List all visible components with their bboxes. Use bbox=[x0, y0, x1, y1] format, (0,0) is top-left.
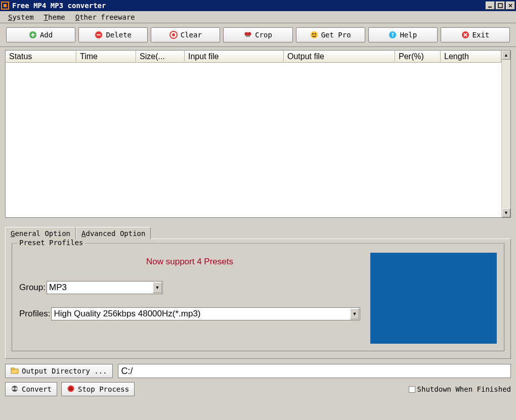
bottom-bar: Output Directory ... C:/ Convert Stop Pr… bbox=[5, 364, 511, 396]
output-directory-button[interactable]: Output Directory ... bbox=[5, 364, 113, 378]
scroll-track[interactable] bbox=[502, 60, 510, 208]
chevron-down-icon: ▼ bbox=[153, 282, 162, 293]
file-list: Status Time Size(... Input file Output f… bbox=[5, 50, 511, 218]
group-combo[interactable]: MP3 ▼ bbox=[47, 281, 163, 294]
convert-button[interactable]: Convert bbox=[5, 382, 57, 396]
menubar: System Theme Other freeware bbox=[0, 11, 516, 23]
svg-point-27 bbox=[12, 387, 15, 390]
crop-icon bbox=[244, 31, 252, 39]
toolbar: Add Delete Clear Crop Get Pro ? Help Exi… bbox=[0, 23, 516, 47]
options-tabs: General Option Advanced Option Preset Pr… bbox=[5, 227, 511, 359]
shutdown-label: Shutdown When Finished bbox=[417, 385, 511, 393]
col-length[interactable]: Length bbox=[441, 51, 501, 63]
stop-label: Stop Process bbox=[78, 385, 129, 393]
add-icon bbox=[29, 31, 37, 39]
svg-point-12 bbox=[172, 33, 175, 36]
delete-icon bbox=[95, 31, 103, 39]
smiley-icon bbox=[310, 31, 318, 39]
convert-icon bbox=[11, 385, 19, 394]
shutdown-checkbox[interactable] bbox=[409, 386, 415, 393]
svg-point-14 bbox=[248, 32, 251, 36]
output-directory-label: Output Directory ... bbox=[22, 367, 107, 375]
exit-label: Exit bbox=[472, 31, 490, 39]
delete-label: Delete bbox=[106, 31, 132, 39]
table-header: Status Time Size(... Input file Output f… bbox=[6, 51, 501, 63]
stop-icon bbox=[67, 385, 75, 394]
svg-point-13 bbox=[245, 32, 248, 36]
svg-point-17 bbox=[312, 33, 313, 34]
output-path-value: C:/ bbox=[121, 366, 133, 377]
col-output-file[interactable]: Output file bbox=[284, 51, 395, 63]
profiles-value: High Quality 256kbps 48000Hz(*.mp3) bbox=[54, 309, 200, 319]
preset-legend: Preset Profiles bbox=[17, 239, 85, 247]
svg-point-16 bbox=[311, 31, 318, 38]
col-per[interactable]: Per(%) bbox=[395, 51, 441, 63]
group-label: Group: bbox=[19, 283, 46, 293]
preview-box bbox=[370, 253, 497, 344]
scroll-down-button[interactable]: ▼ bbox=[502, 208, 510, 217]
add-label: Add bbox=[40, 31, 53, 39]
clear-label: Clear bbox=[181, 31, 202, 39]
col-time[interactable]: Time bbox=[76, 51, 136, 63]
table-body[interactable] bbox=[6, 63, 501, 217]
svg-rect-15 bbox=[246, 35, 250, 37]
window-title: Free MP4 MP3 converter bbox=[12, 2, 486, 10]
menu-theme[interactable]: Theme bbox=[39, 12, 70, 22]
general-option-panel: Preset Profiles Now support 4 Presets Gr… bbox=[5, 239, 511, 359]
clear-button[interactable]: Clear bbox=[151, 27, 220, 42]
preset-profiles-group: Preset Profiles Now support 4 Presets Gr… bbox=[12, 243, 504, 351]
menu-system[interactable]: System bbox=[3, 12, 39, 22]
svg-point-18 bbox=[315, 33, 316, 34]
preset-headline: Now support 4 Presets bbox=[19, 257, 360, 267]
svg-point-28 bbox=[15, 387, 18, 390]
svg-text:?: ? bbox=[391, 32, 395, 38]
delete-button[interactable]: Delete bbox=[78, 27, 148, 42]
titlebar: Free MP4 MP3 converter bbox=[0, 0, 516, 11]
vertical-scrollbar[interactable]: ▲ ▼ bbox=[501, 51, 510, 217]
svg-rect-3 bbox=[498, 4, 502, 8]
maximize-button[interactable] bbox=[496, 2, 505, 10]
output-path-field[interactable]: C:/ bbox=[118, 364, 511, 378]
col-status[interactable]: Status bbox=[6, 51, 76, 63]
chevron-down-icon: ▼ bbox=[350, 308, 359, 319]
help-button[interactable]: ? Help bbox=[368, 27, 438, 42]
svg-point-30 bbox=[69, 387, 73, 391]
crop-label: Crop bbox=[255, 31, 272, 39]
stop-process-button[interactable]: Stop Process bbox=[61, 382, 135, 396]
shutdown-checkbox-row[interactable]: Shutdown When Finished bbox=[409, 385, 511, 393]
col-size[interactable]: Size(... bbox=[136, 51, 185, 63]
minimize-button[interactable] bbox=[486, 2, 495, 10]
help-label: Help bbox=[400, 31, 417, 39]
app-icon bbox=[1, 2, 9, 10]
add-button[interactable]: Add bbox=[6, 27, 75, 42]
svg-rect-1 bbox=[4, 4, 7, 7]
svg-rect-8 bbox=[31, 34, 35, 35]
convert-label: Convert bbox=[22, 385, 52, 393]
get-pro-label: Get Pro bbox=[321, 31, 351, 39]
exit-icon bbox=[461, 31, 469, 39]
scroll-up-button[interactable]: ▲ bbox=[502, 51, 510, 60]
tab-general-option[interactable]: General Option bbox=[5, 227, 76, 239]
profiles-label: Profiles: bbox=[19, 309, 50, 319]
clear-icon bbox=[169, 31, 178, 39]
svg-rect-10 bbox=[97, 34, 101, 35]
exit-button[interactable]: Exit bbox=[441, 27, 510, 42]
col-input-file[interactable]: Input file bbox=[185, 51, 284, 63]
crop-button[interactable]: Crop bbox=[223, 27, 292, 42]
tab-advanced-option[interactable]: Advanced Option bbox=[76, 227, 151, 239]
group-value: MP3 bbox=[49, 283, 67, 293]
close-button[interactable] bbox=[506, 2, 515, 10]
svg-rect-25 bbox=[11, 368, 14, 369]
get-pro-button[interactable]: Get Pro bbox=[296, 27, 365, 42]
profiles-combo[interactable]: High Quality 256kbps 48000Hz(*.mp3) ▼ bbox=[51, 307, 360, 320]
help-icon: ? bbox=[389, 31, 397, 39]
svg-rect-2 bbox=[488, 7, 492, 8]
folder-icon bbox=[11, 366, 19, 376]
menu-other-freeware[interactable]: Other freeware bbox=[70, 12, 140, 22]
